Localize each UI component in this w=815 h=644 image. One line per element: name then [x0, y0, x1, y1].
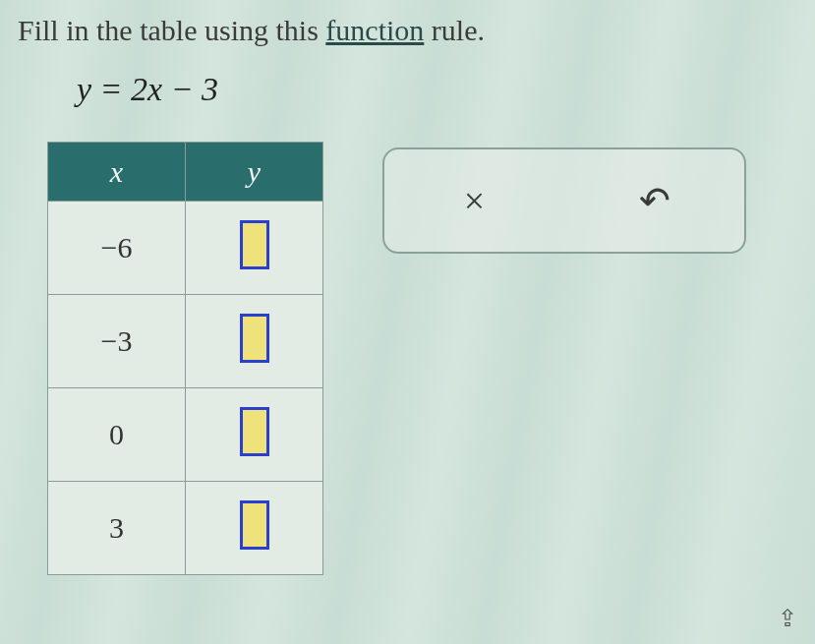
instruction-pre: Fill in the table using this: [18, 14, 325, 46]
x-cell: −3: [48, 295, 186, 388]
undo-icon: ↶: [639, 179, 670, 222]
y-input[interactable]: [240, 500, 269, 550]
y-cell: [186, 388, 323, 482]
action-panel: × ↶: [382, 147, 746, 254]
y-cell: [186, 295, 323, 388]
y-input[interactable]: [240, 407, 269, 456]
x-icon: ×: [464, 179, 485, 222]
corner-icon[interactable]: ⇪: [778, 605, 797, 632]
main-row: x y −6 −3 0 3 × ↶: [47, 142, 797, 575]
x-cell: −6: [48, 202, 186, 295]
y-cell: [186, 202, 323, 295]
header-y: y: [186, 143, 323, 202]
y-input[interactable]: [240, 314, 269, 363]
table-row: −3: [48, 295, 323, 388]
equation: y = 2x − 3: [77, 71, 797, 108]
clear-button[interactable]: ×: [445, 171, 504, 230]
y-input[interactable]: [240, 220, 269, 269]
undo-button[interactable]: ↶: [625, 171, 684, 230]
header-x: x: [48, 143, 186, 202]
instruction-post: rule.: [424, 14, 485, 46]
instruction-text: Fill in the table using this function ru…: [18, 14, 797, 47]
x-cell: 0: [48, 388, 186, 482]
table-row: 3: [48, 482, 323, 575]
table-header-row: x y: [48, 143, 323, 202]
table-row: 0: [48, 388, 323, 482]
function-link[interactable]: function: [325, 14, 424, 46]
function-table: x y −6 −3 0 3: [47, 142, 323, 575]
y-cell: [186, 482, 323, 575]
table-row: −6: [48, 202, 323, 295]
x-cell: 3: [48, 482, 186, 575]
